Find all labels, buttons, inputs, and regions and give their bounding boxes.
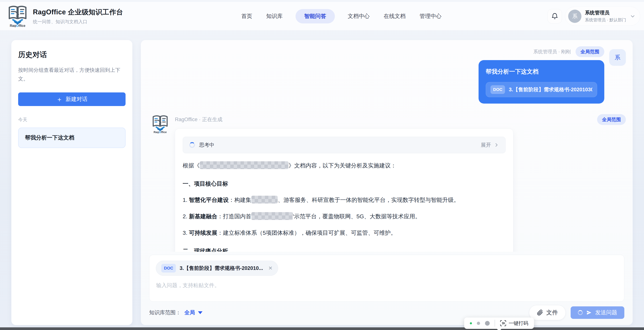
dot-small-green[interactable] bbox=[470, 322, 472, 324]
dot-large-gray[interactable] bbox=[485, 321, 490, 326]
user-message-text: 帮我分析一下这文档 bbox=[486, 68, 597, 76]
ai-paragraph: 1. 智慧化平台建设：构建集、游客服务、科研宣教于一体的智能化平台，实现数字转型… bbox=[183, 196, 506, 204]
ai-heading: 二、现状痛点分析 bbox=[183, 247, 506, 252]
window-bottom-edge bbox=[0, 327, 644, 330]
conversation-title: 帮我分析一下这文档 bbox=[25, 134, 74, 142]
mosaic-icon bbox=[500, 320, 506, 327]
user-message-meta-row: 系统管理员 · 刚刚 全局范围 bbox=[534, 46, 604, 57]
user-name: 系统管理员 bbox=[585, 9, 626, 16]
nav-item-doc-center[interactable]: 文档中心 bbox=[346, 9, 371, 23]
thinking-spinner-icon bbox=[189, 142, 195, 148]
nav-item-admin-center[interactable]: 管理中心 bbox=[418, 9, 443, 23]
ai-message-card: 思考中 展开 根据《》文档内容，以下为关键分析及实施建议：一、项目核心目标1. … bbox=[175, 128, 513, 252]
user-scope-badge[interactable]: 全局范围 bbox=[576, 46, 604, 57]
composer: DOC 3.【售前阶段】需求规格书-202010... ✕ bbox=[149, 255, 624, 302]
svg-text:RagOffice: RagOffice bbox=[154, 131, 167, 133]
user-menu[interactable]: 系 系统管理员 系统管理员 · 默认部门 bbox=[565, 6, 640, 26]
ai-rich-content: 根据《》文档内容，以下为关键分析及实施建议：一、项目核心目标1. 智慧化平台建设… bbox=[183, 161, 506, 252]
new-chat-button[interactable]: ＋ 新建对话 bbox=[18, 92, 126, 106]
ragoffice-logo-icon: RagOffice bbox=[152, 115, 169, 133]
sidebar-title: 历史对话 bbox=[18, 50, 126, 59]
user-meta: 系统管理员 系统管理员 · 默认部门 bbox=[585, 9, 626, 23]
user-message-group: 系统管理员 · 刚刚 全局范围 帮我分析一下这文档 DOC 3.【售前阶段】需求… bbox=[152, 46, 626, 104]
ai-paragraph: 3. 可持续发展：建立标准体系（5项团体标准），确保项目可扩展、可监管、可维护。 bbox=[183, 229, 506, 237]
user-role: 系统管理员 · 默认部门 bbox=[585, 17, 626, 23]
redacted-text bbox=[251, 212, 293, 220]
brand: RagOffice RagOffice 企业级知识工作台 统一问答、知识与文档入… bbox=[7, 5, 123, 27]
dot-medium-gray[interactable] bbox=[477, 322, 480, 325]
ai-paragraph: 2. 新基建融合：打造国内首'示范平台，覆盖物联网、5G、大数据等技术应用。 bbox=[183, 212, 506, 221]
thinking-label: 思考中 bbox=[199, 142, 214, 148]
expand-label: 展开 bbox=[481, 142, 491, 148]
notification-button[interactable] bbox=[548, 9, 562, 23]
thinking-collapsible[interactable]: 思考中 展开 bbox=[183, 137, 506, 153]
ai-scope-badge[interactable]: 全局范围 bbox=[597, 114, 626, 125]
kb-scope-select[interactable]: 知识库范围： 全局 bbox=[149, 309, 202, 316]
header-right: 系 系统管理员 系统管理员 · 默认部门 bbox=[548, 6, 640, 26]
caret-down-icon bbox=[198, 311, 202, 314]
ai-heading: 一、项目核心目标 bbox=[183, 180, 506, 188]
ai-paragraph: 根据《》文档内容，以下为关键分析及实施建议： bbox=[183, 161, 506, 170]
user-message-col: 系统管理员 · 刚刚 全局范围 帮我分析一下这文档 DOC 3.【售前阶段】需求… bbox=[478, 46, 604, 104]
page-subtitle: 统一问答、知识与文档入口 bbox=[33, 19, 123, 25]
user-attachment-chip[interactable]: DOC 3.【售前阶段】需求规格书-20201030.... bbox=[486, 82, 597, 97]
user-message-bubble: 帮我分析一下这文档 DOC 3.【售前阶段】需求规格书-20201030.... bbox=[478, 60, 604, 104]
ai-message-col: RagOffice · 正在生成 全局范围 思考中 展开 根据《》文档内容，以下… bbox=[175, 114, 626, 252]
mosaic-label: 一键打码 bbox=[508, 320, 528, 327]
user-message-meta: 系统管理员 · 刚刚 bbox=[534, 48, 571, 55]
history-sidebar: 历史对话 按时间分组查看最近对话，方便快速回到上下文。 ＋ 新建对话 今天 帮我… bbox=[11, 40, 132, 325]
ragoffice-app: { "palette": { "accent": "#3b79f2", "nav… bbox=[0, 0, 644, 330]
chevron-right-icon bbox=[494, 142, 499, 148]
remove-attachment-icon[interactable]: ✕ bbox=[268, 266, 273, 271]
svg-text:RagOffice: RagOffice bbox=[10, 24, 26, 27]
nav-item-qa[interactable]: 智能问答 bbox=[296, 9, 335, 23]
attachment-name: 3.【售前阶段】需求规格书-202010... bbox=[180, 265, 263, 272]
nav-item-home[interactable]: 首页 bbox=[240, 9, 253, 23]
conversation-item[interactable]: 帮我分析一下这文档 bbox=[18, 128, 126, 148]
user-message-avatar: 系 bbox=[609, 49, 626, 66]
redacted-text bbox=[251, 196, 278, 204]
page-title: RagOffice 企业级知识工作台 bbox=[33, 7, 123, 17]
nav-item-knowledge-base[interactable]: 知识库 bbox=[265, 9, 284, 23]
divider bbox=[495, 320, 495, 327]
send-question-button[interactable]: 发送问题 bbox=[571, 306, 624, 319]
composer-toolbar: 知识库范围： 全局 文件 发送问题 bbox=[149, 305, 624, 320]
new-chat-label: 新建对话 bbox=[66, 95, 88, 103]
bell-icon bbox=[551, 12, 558, 20]
file-button[interactable]: 文件 bbox=[529, 305, 566, 320]
ai-message-meta-row: RagOffice · 正在生成 全局范围 bbox=[175, 114, 626, 125]
annotation-toolbar: 一键打码 bbox=[464, 318, 534, 329]
chat-scroll-area[interactable]: 系统管理员 · 刚刚 全局范围 帮我分析一下这文档 DOC 3.【售前阶段】需求… bbox=[141, 40, 633, 252]
chevron-down-icon bbox=[630, 13, 636, 19]
ai-message-group: RagOffice RagOffice · 正在生成 全局范围 思考中 展开 bbox=[152, 114, 626, 252]
redacted-text bbox=[200, 161, 288, 169]
chat-panel: 系统管理员 · 刚刚 全局范围 帮我分析一下这文档 DOC 3.【售前阶段】需求… bbox=[141, 40, 633, 325]
one-click-mosaic-button[interactable]: 一键打码 bbox=[500, 320, 528, 327]
attachment-name: 3.【售前阶段】需求规格书-20201030.... bbox=[509, 86, 592, 93]
send-plane-icon bbox=[586, 310, 592, 316]
paperclip-icon bbox=[537, 310, 543, 316]
history-group-today: 今天 bbox=[18, 117, 126, 123]
doc-badge: DOC bbox=[161, 264, 176, 273]
ragoffice-logo-icon: RagOffice bbox=[7, 5, 28, 27]
avatar: 系 bbox=[568, 10, 582, 23]
app-header: RagOffice RagOffice 企业级知识工作台 统一问答、知识与文档入… bbox=[0, 2, 644, 31]
sidebar-description: 按时间分组查看最近对话，方便快速回到上下文。 bbox=[18, 66, 126, 83]
composer-attachment-chip[interactable]: DOC 3.【售前阶段】需求规格书-202010... ✕ bbox=[156, 261, 278, 276]
composer-actions: 文件 发送问题 bbox=[529, 305, 624, 320]
ai-avatar: RagOffice bbox=[152, 114, 170, 252]
ai-message-meta: RagOffice · 正在生成 bbox=[175, 116, 222, 123]
question-input[interactable] bbox=[156, 282, 618, 299]
nav-item-online-docs[interactable]: 在线文档 bbox=[382, 9, 407, 23]
doc-badge: DOC bbox=[490, 85, 505, 94]
send-button-label: 发送问题 bbox=[595, 309, 617, 317]
kb-scope-value: 全局 bbox=[184, 309, 195, 316]
file-button-label: 文件 bbox=[546, 309, 558, 317]
main-nav: 首页 知识库 智能问答 文档中心 在线文档 管理中心 bbox=[240, 2, 443, 31]
brand-text: RagOffice 企业级知识工作台 统一问答、知识与文档入口 bbox=[33, 7, 123, 25]
kb-scope-label: 知识库范围： bbox=[149, 309, 181, 316]
plus-icon: ＋ bbox=[56, 96, 62, 102]
sending-spinner-icon bbox=[578, 310, 583, 315]
